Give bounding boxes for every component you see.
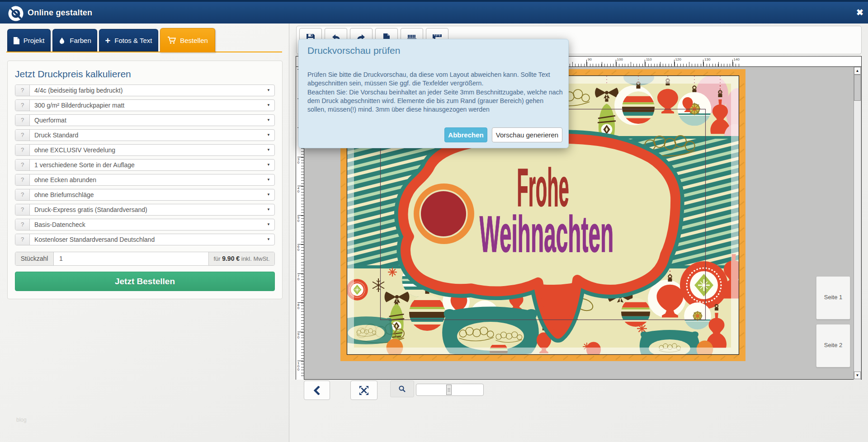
svg-text:Weihnachten: Weihnachten bbox=[480, 205, 613, 263]
